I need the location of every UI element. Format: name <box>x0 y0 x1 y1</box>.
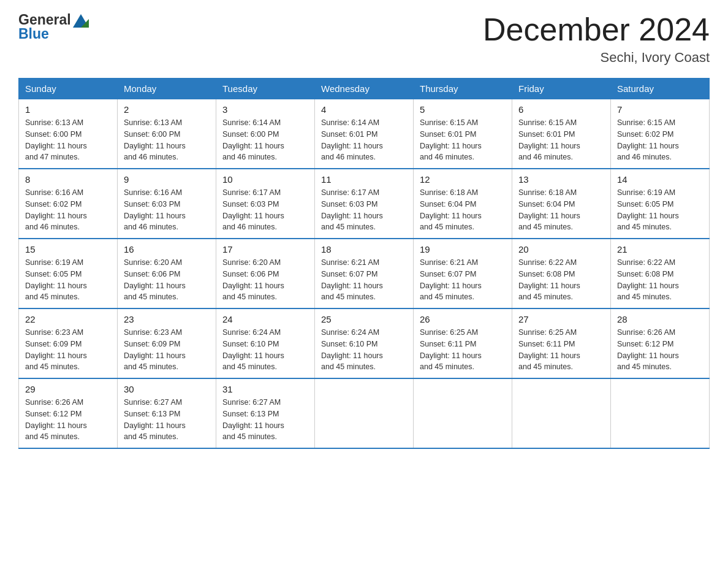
day-number: 13 <box>518 174 604 185</box>
day-info: Sunrise: 6:15 AMSunset: 6:01 PMDaylight:… <box>420 117 506 163</box>
calendar-cell: 8Sunrise: 6:16 AMSunset: 6:02 PMDaylight… <box>19 169 118 239</box>
month-title: December 2024 <box>483 12 710 47</box>
logo-block: General Blue <box>18 12 89 42</box>
calendar-cell: 5Sunrise: 6:15 AMSunset: 6:01 PMDaylight… <box>414 99 512 169</box>
calendar-cell: 20Sunrise: 6:22 AMSunset: 6:08 PMDayligh… <box>512 239 611 308</box>
day-info: Sunrise: 6:23 AMSunset: 6:09 PMDaylight:… <box>25 327 111 373</box>
calendar-cell: 29Sunrise: 6:26 AMSunset: 6:12 PMDayligh… <box>19 378 118 448</box>
calendar-cell <box>512 378 611 448</box>
calendar-week-row: 1Sunrise: 6:13 AMSunset: 6:00 PMDaylight… <box>19 99 710 169</box>
calendar-cell: 27Sunrise: 6:25 AMSunset: 6:11 PMDayligh… <box>512 308 611 378</box>
calendar-cell: 22Sunrise: 6:23 AMSunset: 6:09 PMDayligh… <box>19 308 118 378</box>
calendar-cell: 24Sunrise: 6:24 AMSunset: 6:10 PMDayligh… <box>216 308 315 378</box>
calendar-cell: 12Sunrise: 6:18 AMSunset: 6:04 PMDayligh… <box>414 169 512 239</box>
day-info: Sunrise: 6:20 AMSunset: 6:06 PMDaylight:… <box>124 257 210 303</box>
day-info: Sunrise: 6:26 AMSunset: 6:12 PMDaylight:… <box>617 327 703 373</box>
day-info: Sunrise: 6:26 AMSunset: 6:12 PMDaylight:… <box>25 397 111 443</box>
calendar-cell: 13Sunrise: 6:18 AMSunset: 6:04 PMDayligh… <box>512 169 611 239</box>
calendar-cell: 7Sunrise: 6:15 AMSunset: 6:02 PMDaylight… <box>611 99 710 169</box>
day-header-wednesday: Wednesday <box>315 79 414 99</box>
page-header: General Blue December 2024 Sechi, Ivory … <box>18 12 710 66</box>
day-number: 14 <box>617 174 703 185</box>
title-block: December 2024 Sechi, Ivory Coast <box>483 12 710 66</box>
calendar-cell: 18Sunrise: 6:21 AMSunset: 6:07 PMDayligh… <box>315 239 414 308</box>
day-number: 17 <box>222 244 308 255</box>
day-info: Sunrise: 6:22 AMSunset: 6:08 PMDaylight:… <box>617 257 703 303</box>
day-number: 23 <box>124 314 210 324</box>
day-info: Sunrise: 6:20 AMSunset: 6:06 PMDaylight:… <box>222 257 308 303</box>
logo-arrow-icon <box>73 14 89 28</box>
day-info: Sunrise: 6:21 AMSunset: 6:07 PMDaylight:… <box>420 257 506 303</box>
calendar-cell: 30Sunrise: 6:27 AMSunset: 6:13 PMDayligh… <box>118 378 216 448</box>
day-info: Sunrise: 6:13 AMSunset: 6:00 PMDaylight:… <box>124 117 210 163</box>
calendar-cell <box>315 378 414 448</box>
calendar-week-row: 29Sunrise: 6:26 AMSunset: 6:12 PMDayligh… <box>19 378 710 448</box>
day-info: Sunrise: 6:27 AMSunset: 6:13 PMDaylight:… <box>124 397 210 443</box>
calendar-week-row: 8Sunrise: 6:16 AMSunset: 6:02 PMDaylight… <box>19 169 710 239</box>
calendar-cell: 3Sunrise: 6:14 AMSunset: 6:00 PMDaylight… <box>216 99 315 169</box>
day-number: 26 <box>420 314 506 324</box>
calendar-cell: 25Sunrise: 6:24 AMSunset: 6:10 PMDayligh… <box>315 308 414 378</box>
day-number: 6 <box>518 104 604 115</box>
day-number: 25 <box>321 314 407 324</box>
calendar-cell: 26Sunrise: 6:25 AMSunset: 6:11 PMDayligh… <box>414 308 512 378</box>
day-info: Sunrise: 6:16 AMSunset: 6:03 PMDaylight:… <box>124 187 210 233</box>
calendar-cell: 4Sunrise: 6:14 AMSunset: 6:01 PMDaylight… <box>315 99 414 169</box>
calendar-cell: 6Sunrise: 6:15 AMSunset: 6:01 PMDaylight… <box>512 99 611 169</box>
day-number: 18 <box>321 244 407 255</box>
calendar-cell: 16Sunrise: 6:20 AMSunset: 6:06 PMDayligh… <box>118 239 216 308</box>
day-header-monday: Monday <box>118 79 216 99</box>
day-info: Sunrise: 6:25 AMSunset: 6:11 PMDaylight:… <box>420 327 506 373</box>
day-number: 28 <box>617 314 703 324</box>
day-number: 1 <box>25 104 111 115</box>
day-number: 22 <box>25 314 111 324</box>
day-number: 8 <box>25 174 111 185</box>
day-info: Sunrise: 6:15 AMSunset: 6:02 PMDaylight:… <box>617 117 703 163</box>
day-header-sunday: Sunday <box>19 79 118 99</box>
calendar-table: SundayMondayTuesdayWednesdayThursdayFrid… <box>18 78 710 449</box>
day-info: Sunrise: 6:18 AMSunset: 6:04 PMDaylight:… <box>420 187 506 233</box>
day-info: Sunrise: 6:18 AMSunset: 6:04 PMDaylight:… <box>518 187 604 233</box>
day-header-saturday: Saturday <box>611 79 710 99</box>
day-info: Sunrise: 6:16 AMSunset: 6:02 PMDaylight:… <box>25 187 111 233</box>
calendar-header-row: SundayMondayTuesdayWednesdayThursdayFrid… <box>19 79 710 99</box>
day-info: Sunrise: 6:21 AMSunset: 6:07 PMDaylight:… <box>321 257 407 303</box>
logo-blue: Blue <box>18 26 89 42</box>
day-number: 7 <box>617 104 703 115</box>
day-number: 21 <box>617 244 703 255</box>
calendar-cell: 23Sunrise: 6:23 AMSunset: 6:09 PMDayligh… <box>118 308 216 378</box>
calendar-week-row: 22Sunrise: 6:23 AMSunset: 6:09 PMDayligh… <box>19 308 710 378</box>
calendar-cell: 1Sunrise: 6:13 AMSunset: 6:00 PMDaylight… <box>19 99 118 169</box>
calendar-cell: 9Sunrise: 6:16 AMSunset: 6:03 PMDaylight… <box>118 169 216 239</box>
day-number: 29 <box>25 384 111 394</box>
day-number: 10 <box>222 174 308 185</box>
calendar-cell: 11Sunrise: 6:17 AMSunset: 6:03 PMDayligh… <box>315 169 414 239</box>
calendar-week-row: 15Sunrise: 6:19 AMSunset: 6:05 PMDayligh… <box>19 239 710 308</box>
day-info: Sunrise: 6:13 AMSunset: 6:00 PMDaylight:… <box>25 117 111 163</box>
day-number: 27 <box>518 314 604 324</box>
calendar-cell: 15Sunrise: 6:19 AMSunset: 6:05 PMDayligh… <box>19 239 118 308</box>
day-header-thursday: Thursday <box>414 79 512 99</box>
day-number: 11 <box>321 174 407 185</box>
day-info: Sunrise: 6:14 AMSunset: 6:00 PMDaylight:… <box>222 117 308 163</box>
day-info: Sunrise: 6:14 AMSunset: 6:01 PMDaylight:… <box>321 117 407 163</box>
day-info: Sunrise: 6:17 AMSunset: 6:03 PMDaylight:… <box>222 187 308 233</box>
day-number: 30 <box>124 384 210 394</box>
calendar-cell: 28Sunrise: 6:26 AMSunset: 6:12 PMDayligh… <box>611 308 710 378</box>
day-info: Sunrise: 6:23 AMSunset: 6:09 PMDaylight:… <box>124 327 210 373</box>
calendar-cell: 31Sunrise: 6:27 AMSunset: 6:13 PMDayligh… <box>216 378 315 448</box>
day-info: Sunrise: 6:19 AMSunset: 6:05 PMDaylight:… <box>25 257 111 303</box>
day-number: 31 <box>222 384 308 394</box>
calendar-cell: 14Sunrise: 6:19 AMSunset: 6:05 PMDayligh… <box>611 169 710 239</box>
day-number: 15 <box>25 244 111 255</box>
day-info: Sunrise: 6:22 AMSunset: 6:08 PMDaylight:… <box>518 257 604 303</box>
day-number: 16 <box>124 244 210 255</box>
calendar-cell: 19Sunrise: 6:21 AMSunset: 6:07 PMDayligh… <box>414 239 512 308</box>
day-number: 12 <box>420 174 506 185</box>
day-number: 2 <box>124 104 210 115</box>
day-header-friday: Friday <box>512 79 611 99</box>
day-number: 24 <box>222 314 308 324</box>
day-info: Sunrise: 6:25 AMSunset: 6:11 PMDaylight:… <box>518 327 604 373</box>
location-title: Sechi, Ivory Coast <box>483 50 710 66</box>
day-number: 9 <box>124 174 210 185</box>
